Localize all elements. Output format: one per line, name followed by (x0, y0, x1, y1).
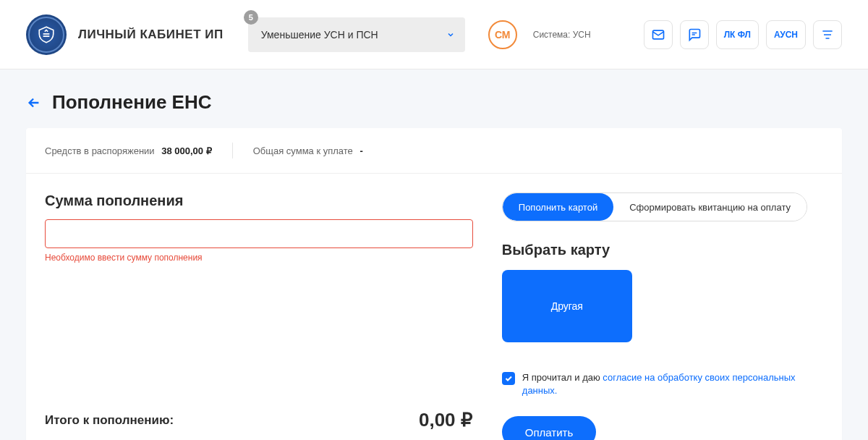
main-card: Средств в распоряжении 38 000,00 ₽ Общая… (26, 128, 842, 440)
select-card-heading: Выбрать карту (502, 242, 823, 258)
menu-icon[interactable] (813, 20, 842, 49)
consent-checkbox[interactable] (502, 372, 515, 385)
header-actions: ЛК ФЛ АУСН (644, 20, 842, 49)
funds-available: Средств в распоряжении 38 000,00 ₽ (45, 145, 212, 156)
amount-error: Необходимо ввести сумму пополнения (45, 253, 473, 263)
tasks-dropdown-label: Уменьшение УСН и ПСН (261, 29, 378, 41)
payment-method-tabs: Пополнить картой Сформировать квитанцию … (502, 192, 807, 221)
pay-button[interactable]: Оплатить (502, 416, 597, 440)
logo-block: ЛИЧНЫЙ КАБИНЕТ ИП (26, 14, 224, 55)
nav-lk-fl[interactable]: ЛК ФЛ (716, 20, 759, 49)
total-value: 0,00 ₽ (419, 409, 473, 431)
amount-input[interactable] (45, 219, 473, 248)
site-title: ЛИЧНЫЙ КАБИНЕТ ИП (78, 28, 224, 42)
right-column: Пополнить картой Сформировать квитанцию … (502, 192, 823, 440)
nav-ausn[interactable]: АУСН (766, 20, 806, 49)
chevron-down-icon (446, 30, 455, 39)
total-due: Общая сумма к уплате - (253, 145, 363, 156)
page-title: Пополнение ЕНС (52, 91, 211, 114)
tasks-badge: 5 (244, 10, 258, 25)
card-option-other[interactable]: Другая (502, 270, 632, 342)
tab-pay-by-card[interactable]: Пополнить картой (503, 193, 613, 221)
tab-generate-receipt[interactable]: Сформировать квитанцию на оплату (613, 193, 807, 221)
avatar[interactable]: СМ (488, 20, 517, 49)
header: ЛИЧНЫЙ КАБИНЕТ ИП 5 Уменьшение УСН и ПСН… (0, 0, 868, 69)
page-title-row: Пополнение ЕНС (0, 69, 868, 128)
system-label: Система: УСН (533, 30, 591, 40)
tasks-dropdown[interactable]: 5 Уменьшение УСН и ПСН (248, 17, 465, 52)
vertical-divider (232, 143, 233, 158)
consent-row: Я прочитал и даю согласие на обработку с… (502, 371, 823, 397)
card-summary: Средств в распоряжении 38 000,00 ₽ Общая… (26, 128, 842, 174)
back-arrow-icon[interactable] (26, 95, 42, 111)
left-column: Сумма пополнения Необходимо ввести сумму… (45, 192, 473, 440)
fns-emblem-icon (26, 14, 67, 55)
chat-icon[interactable] (680, 20, 709, 49)
total-label: Итого к пополнению: (45, 413, 174, 428)
total-row: Итого к пополнению: 0,00 ₽ (45, 393, 473, 434)
consent-text: Я прочитал и даю согласие на обработку с… (522, 371, 823, 397)
mail-icon[interactable] (644, 20, 673, 49)
amount-heading: Сумма пополнения (45, 192, 473, 209)
